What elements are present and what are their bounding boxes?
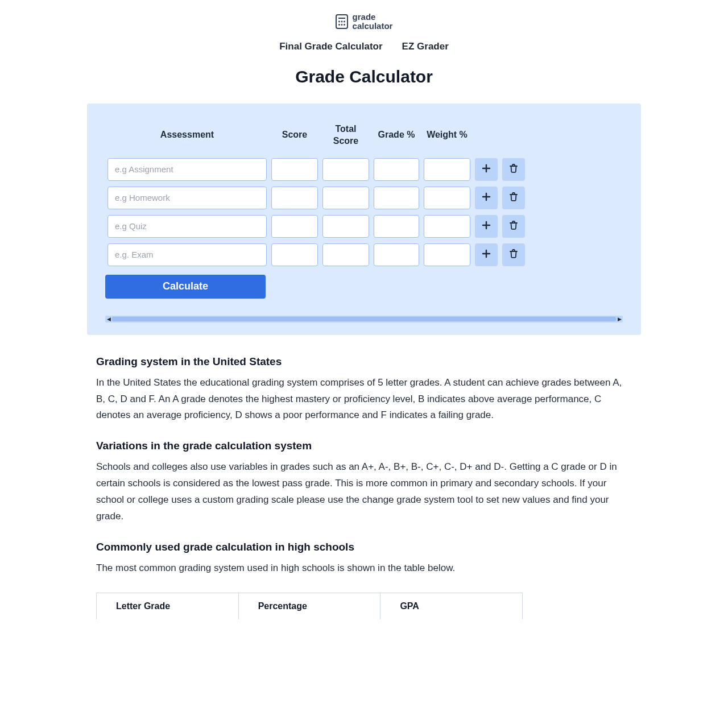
- plus-icon: [481, 249, 491, 261]
- svg-point-3: [341, 20, 342, 22]
- plus-icon: [481, 220, 491, 233]
- add-row-button[interactable]: [475, 158, 498, 181]
- weight-pct-input[interactable]: [424, 158, 470, 181]
- total-score-input[interactable]: [322, 187, 369, 209]
- total-score-input[interactable]: [322, 243, 369, 266]
- delete-row-button[interactable]: [502, 243, 525, 266]
- svg-point-4: [344, 20, 345, 22]
- trash-icon: [508, 163, 519, 176]
- horizontal-scrollbar[interactable]: ◀ ▶: [105, 316, 623, 322]
- trash-icon: [508, 249, 519, 261]
- article: Grading system in the United States In t…: [54, 335, 674, 577]
- svg-point-5: [338, 24, 340, 26]
- assessment-input[interactable]: [107, 158, 267, 181]
- svg-point-7: [344, 24, 345, 26]
- trash-icon: [508, 220, 519, 233]
- page-root: grade calculator Final Grade Calculator …: [54, 0, 674, 619]
- section-1-body: In the United States the educational gra…: [96, 375, 632, 424]
- total-score-input[interactable]: [322, 215, 369, 238]
- calculator-scroll[interactable]: Assessment Score Total Score Grade % Wei…: [105, 123, 623, 269]
- grade-table: Letter Grade Percentage GPA: [96, 593, 523, 619]
- score-input[interactable]: [271, 158, 318, 181]
- grade-table-wrap: Letter Grade Percentage GPA: [54, 593, 674, 619]
- assessment-input[interactable]: [107, 187, 267, 209]
- grade-col-letter: Letter Grade: [97, 593, 239, 619]
- section-2-title: Variations in the grade calculation syst…: [96, 440, 632, 452]
- trash-icon: [508, 192, 519, 204]
- col-grade-pct: Grade %: [371, 123, 421, 155]
- score-input[interactable]: [271, 243, 318, 266]
- grade-col-gpa: GPA: [380, 593, 523, 619]
- weight-pct-input[interactable]: [424, 215, 470, 238]
- table-row: [105, 241, 527, 269]
- total-score-input[interactable]: [322, 158, 369, 181]
- grade-pct-input[interactable]: [374, 187, 419, 209]
- grade-pct-input[interactable]: [374, 158, 419, 181]
- col-assessment: Assessment: [105, 123, 269, 155]
- scroll-track[interactable]: [112, 317, 616, 321]
- grade-pct-input[interactable]: [374, 243, 419, 266]
- add-row-button[interactable]: [475, 215, 498, 238]
- logo-text-2: calculator: [353, 22, 393, 31]
- header: grade calculator: [54, 0, 674, 41]
- section-1-title: Grading system in the United States: [96, 355, 632, 368]
- add-row-button[interactable]: [475, 187, 498, 209]
- nav-ez-grader[interactable]: EZ Grader: [402, 41, 449, 52]
- grade-pct-input[interactable]: [374, 215, 419, 238]
- assessment-input[interactable]: [107, 215, 267, 238]
- col-score: Score: [269, 123, 320, 155]
- table-row: [105, 184, 527, 212]
- weight-pct-input[interactable]: [424, 243, 470, 266]
- col-weight-pct: Weight %: [421, 123, 473, 155]
- table-row: [105, 212, 527, 241]
- svg-point-2: [338, 20, 340, 22]
- calculator-table: Assessment Score Total Score Grade % Wei…: [105, 123, 527, 269]
- nav: Final Grade Calculator EZ Grader: [54, 41, 674, 67]
- logo-text-1: grade: [353, 13, 393, 22]
- calculator-panel: Assessment Score Total Score Grade % Wei…: [87, 104, 641, 335]
- assessment-input[interactable]: [107, 243, 267, 266]
- scroll-right-icon[interactable]: ▶: [616, 316, 623, 322]
- scroll-left-icon[interactable]: ◀: [105, 316, 112, 322]
- weight-pct-input[interactable]: [424, 187, 470, 209]
- score-input[interactable]: [271, 187, 318, 209]
- score-input[interactable]: [271, 215, 318, 238]
- section-2-body: Schools and colleges also use variables …: [96, 459, 632, 525]
- col-total-score: Total Score: [320, 123, 371, 155]
- delete-row-button[interactable]: [502, 215, 525, 238]
- nav-final-grade[interactable]: Final Grade Calculator: [279, 41, 382, 52]
- section-3-title: Commonly used grade calculation in high …: [96, 541, 632, 553]
- page-title: Grade Calculator: [54, 67, 674, 86]
- grade-col-percentage: Percentage: [238, 593, 380, 619]
- plus-icon: [481, 192, 491, 204]
- section-3-body: The most common grading system used in h…: [96, 560, 632, 577]
- calculate-button[interactable]: Calculate: [105, 275, 266, 299]
- table-row: [105, 155, 527, 184]
- svg-point-6: [341, 24, 342, 26]
- logo[interactable]: grade calculator: [336, 13, 393, 31]
- add-row-button[interactable]: [475, 243, 498, 266]
- plus-icon: [481, 163, 491, 176]
- calculator-icon: [336, 14, 348, 29]
- delete-row-button[interactable]: [502, 158, 525, 181]
- delete-row-button[interactable]: [502, 187, 525, 209]
